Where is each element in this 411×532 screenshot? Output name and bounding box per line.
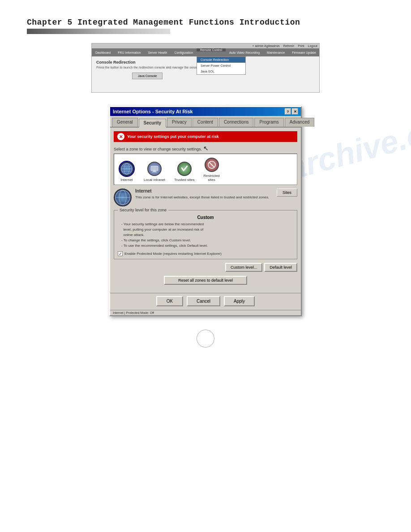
- dialog-tabs: General Security Privacy Content Connect…: [110, 116, 301, 128]
- zone-trusted-icon: [176, 161, 193, 177]
- security-bullet-2: - To change the settings, click Custom l…: [121, 238, 293, 243]
- page-number-circle: [197, 330, 214, 348]
- dialog-titlebar: Internet Options - Security At Risk ? ✕: [110, 107, 301, 116]
- warning-text: Your security settings put your computer…: [127, 134, 219, 139]
- zone-intranet-label: Local intranet: [144, 178, 165, 182]
- internet-globe-icon: [114, 189, 132, 206]
- ipmi-nav: Dashboard FRU Information Server Health …: [92, 48, 319, 56]
- zone-restricted[interactable]: Restrictedsites: [204, 157, 220, 182]
- remote-control-dropdown: Console Redirection Server Power Control…: [197, 56, 246, 75]
- dialog-help-btn[interactable]: ?: [285, 108, 291, 115]
- custom-level-button[interactable]: Custom level...: [225, 263, 263, 272]
- internet-text: Internet This zone is for Internet websi…: [135, 189, 273, 200]
- nav-configuration[interactable]: Configuration: [171, 48, 197, 56]
- nav-fru[interactable]: FRU Information: [114, 48, 144, 56]
- tab-programs[interactable]: Programs: [254, 118, 283, 127]
- dialog-body: ✕ Your security settings put your comput…: [110, 128, 301, 293]
- zone-intranet[interactable]: Local intranet: [144, 161, 165, 182]
- zone-restricted-icon: [204, 157, 220, 173]
- security-level-legend: Security level for this zone: [118, 208, 168, 212]
- security-level-group: Security level for this zone Custom - Yo…: [114, 210, 297, 259]
- reset-zones-row: Reset all zones to default level: [114, 275, 297, 285]
- logout-link[interactable]: Logout: [308, 44, 317, 47]
- security-bullets: - Your security settings are below the r…: [118, 222, 293, 249]
- java-console-button[interactable]: Java Console: [132, 73, 163, 79]
- print-link[interactable]: Print: [298, 44, 304, 47]
- dialog-statusbar: Internet | Protected Mode: Off: [110, 310, 301, 315]
- ok-button[interactable]: OK: [156, 296, 183, 306]
- dropdown-console-redirection[interactable]: Console Redirection: [197, 57, 245, 63]
- svg-line-9: [209, 162, 214, 167]
- dialog-title: Internet Options - Security At Risk: [113, 109, 193, 114]
- tab-security[interactable]: Security: [139, 119, 166, 128]
- nav-remote-control-container: Remote Control Console Redirection Serve…: [197, 48, 226, 56]
- nav-remote-control[interactable]: Remote Control: [197, 48, 226, 51]
- zone-icons-row: Internet Local intranet: [114, 154, 297, 185]
- zone-restricted-label: Restrictedsites: [204, 174, 220, 182]
- ipmi-screenshot: + admin Agileadmin Refresh Print Logout …: [91, 43, 320, 93]
- nav-server-health[interactable]: Server Health: [145, 48, 171, 56]
- tab-privacy[interactable]: Privacy: [167, 118, 192, 127]
- zone-internet-label: Internet: [120, 178, 133, 182]
- security-bullet-1b: level, putting your computer at an incre…: [121, 227, 293, 232]
- sites-button[interactable]: Sites: [277, 189, 297, 197]
- admin-label: + admin Agileadmin: [252, 44, 279, 47]
- nav-help[interactable]: HELP: [320, 48, 335, 56]
- nav-auto-video[interactable]: Auto Video Recording: [226, 48, 263, 56]
- security-bullet-1: - Your security settings are below the r…: [121, 222, 293, 227]
- security-bullet-1c: online attack.: [121, 232, 293, 238]
- protected-mode-checkbox[interactable]: ✓: [118, 251, 123, 256]
- zone-internet-icon: [119, 161, 135, 177]
- tab-connections[interactable]: Connections: [219, 118, 254, 127]
- protected-mode-row: ✓ Enable Protected Mode (requires restar…: [118, 251, 293, 256]
- page-title-area: Chapter 5 Integrated Management Function…: [0, 0, 411, 39]
- warning-banner: ✕ Your security settings put your comput…: [114, 131, 297, 142]
- warning-icon: ✕: [117, 133, 124, 140]
- zone-intranet-icon: [146, 161, 163, 177]
- tab-advanced[interactable]: Advanced: [285, 118, 314, 127]
- zone-trusted-label: Trusted sites: [174, 178, 195, 182]
- nav-firmware[interactable]: Firmware Update: [288, 48, 320, 56]
- tab-content[interactable]: Content: [193, 118, 218, 127]
- internet-zone-title: Internet: [135, 189, 273, 193]
- zone-internet[interactable]: Internet: [119, 161, 135, 182]
- ipmi-top-bar: + admin Agileadmin Refresh Print Logout: [92, 43, 319, 48]
- default-level-button[interactable]: Default level: [264, 263, 297, 272]
- protected-mode-label: Enable Protected Mode (requires restarti…: [124, 252, 222, 256]
- dialog-footer: OK Cancel Apply: [110, 293, 301, 310]
- internet-info-section: Internet This zone is for Internet websi…: [114, 189, 297, 206]
- security-bullet-3: - To use the recommended settings, click…: [121, 243, 293, 249]
- apply-button[interactable]: Apply: [224, 296, 255, 306]
- dropdown-java-sol[interactable]: Java SOL: [197, 69, 245, 74]
- dialog-close-btn[interactable]: ✕: [292, 108, 298, 115]
- cancel-button[interactable]: Cancel: [187, 296, 220, 306]
- nav-dashboard[interactable]: Dashboard: [92, 48, 114, 56]
- cursor-indicator: ↖: [203, 145, 209, 152]
- title-bar-decoration: [27, 29, 170, 34]
- internet-options-dialog: Internet Options - Security At Risk ? ✕ …: [109, 106, 302, 316]
- zone-trusted[interactable]: Trusted sites: [174, 161, 195, 182]
- dropdown-server-power[interactable]: Server Power Control: [197, 63, 245, 69]
- page-title: Chapter 5 Integrated Management Function…: [27, 18, 384, 27]
- refresh-link[interactable]: Refresh: [283, 44, 295, 47]
- security-level-name: Custom: [118, 215, 293, 220]
- nav-maintenance[interactable]: Maintenance: [263, 48, 288, 56]
- security-level-btns: Custom level... Default level: [114, 263, 297, 272]
- svg-rect-5: [151, 166, 158, 171]
- reset-zones-button[interactable]: Reset all zones to default level: [164, 276, 247, 285]
- internet-zone-desc: This zone is for Internet websites, exce…: [135, 195, 273, 200]
- zone-select-label: Select a zone to view or change security…: [114, 145, 297, 152]
- dialog-titlebar-controls: ? ✕: [285, 108, 298, 115]
- tab-general[interactable]: General: [112, 118, 138, 127]
